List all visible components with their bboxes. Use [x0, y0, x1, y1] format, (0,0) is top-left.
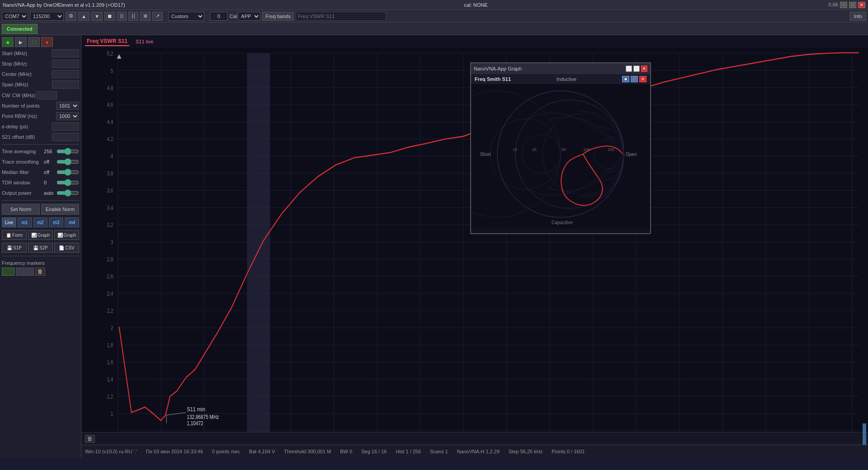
r25-label: 25 [532, 147, 537, 152]
stop-label: Stop (MHz) [2, 61, 27, 66]
trace-smooth-label: Trace smoothing [2, 159, 44, 164]
custom-select[interactable]: Custom [168, 12, 204, 21]
version-label: 0,66 [829, 2, 838, 8]
edelay-row: e-delay (ps) 0 [2, 122, 79, 131]
record-button[interactable]: ◼ [104, 12, 115, 21]
close-button[interactable]: ✕ [858, 2, 865, 8]
graph-title-input[interactable] [296, 12, 386, 21]
highlight-bar [247, 53, 270, 434]
points-select[interactable]: 1601 [56, 102, 79, 110]
date-label: Пн 03 июн 2024 16:33:46 [146, 449, 203, 454]
center-input[interactable]: 175 [52, 70, 79, 78]
s21offset-label: S21 offset (dB) [2, 134, 35, 140]
freq-bands-button[interactable]: Freq bands [262, 12, 294, 21]
graph1-button[interactable]: 📊 Graph [28, 230, 53, 240]
rbw-select[interactable]: 1000 [56, 112, 79, 120]
cw-label: CW [2, 93, 11, 98]
stop-input[interactable]: 220 [52, 60, 79, 68]
r50-label: 50 [561, 147, 566, 152]
s2p-button[interactable]: 💾 S2P [28, 243, 53, 253]
smith-btn1[interactable]: ■ [622, 76, 629, 82]
export-button[interactable]: ↗ [152, 12, 163, 21]
edelay-input[interactable]: 0 [52, 122, 79, 131]
hist-label: Hist 1 / 256 [396, 449, 421, 454]
time-avg-slider[interactable] [57, 148, 79, 155]
tdr-window-slider[interactable] [57, 179, 79, 186]
m2-button[interactable]: m2 [33, 217, 48, 227]
smith-chart-title: Freq Smith S11 [475, 76, 511, 82]
csv-icon: 📄 [59, 245, 64, 250]
r10-label: 10 [513, 147, 517, 152]
forward-button[interactable]: ⟩⟩ [117, 12, 127, 21]
output-power-slider[interactable] [57, 189, 79, 197]
live-button[interactable]: Live [2, 217, 16, 227]
enable-norm-button[interactable]: Enable Norm [41, 204, 79, 215]
form-button[interactable]: 📋 Form [2, 230, 27, 240]
scroll-indicator[interactable] [863, 423, 866, 445]
trace-smooth-value: off [44, 159, 57, 164]
minimize-button[interactable]: − [840, 2, 847, 8]
marker-box-2[interactable] [16, 268, 34, 276]
svg-text:2,8: 2,8 [107, 256, 113, 262]
cal-select[interactable]: APP [238, 12, 260, 21]
set-norm-button[interactable]: Set Norm [2, 204, 40, 215]
marker-box-1[interactable] [2, 268, 14, 276]
info-button[interactable]: Info [850, 12, 866, 21]
capacitive-label: Capacitive [552, 220, 573, 225]
maximize-button[interactable]: □ [849, 2, 856, 8]
s1p-button[interactable]: 💾 S1P [2, 243, 27, 253]
median-filter-slider[interactable] [57, 169, 79, 176]
trash-chart-button[interactable]: 🗑 [85, 435, 95, 443]
start-input[interactable]: 130 [52, 49, 79, 57]
smith-min-button[interactable]: − [626, 66, 632, 72]
chart-tab1[interactable]: Freq VSWR S11 [85, 37, 129, 46]
chart-header: Freq VSWR S11 S11 live [81, 35, 868, 48]
median-filter-value: off [44, 169, 57, 175]
smith-chart-svg: Short Open 10 25 50 100 250 Capacitive [471, 84, 650, 229]
span-input[interactable]: 90 [52, 80, 79, 89]
record-ctrl-button[interactable]: ● [41, 37, 53, 47]
cw-input[interactable]: 145 [37, 91, 57, 99]
crosshair-button[interactable]: ⊕ [140, 12, 151, 21]
csv-button[interactable]: 📄 CSV [54, 243, 79, 253]
smith-close-button[interactable]: ✕ [641, 66, 647, 72]
baud-select[interactable]: 115200 [30, 12, 64, 21]
annotation-val: 1,10472 [187, 420, 203, 426]
svg-text:2: 2 [111, 325, 113, 331]
cal-label: Cal [230, 14, 237, 19]
threshold-label: Threshold 300,001 M [284, 449, 331, 454]
start-row: Start (MHz) 130 [2, 49, 79, 58]
smith-btn2[interactable]: □ [631, 76, 638, 82]
green-indicator[interactable]: ■ [2, 37, 14, 47]
settings-button[interactable]: ⚙ [66, 12, 76, 21]
svg-text:5: 5 [111, 68, 113, 74]
m1-button[interactable]: m1 [18, 217, 32, 227]
smith-hbtn-close[interactable]: ✕ [639, 76, 646, 82]
port-select[interactable]: COM7 [2, 12, 28, 21]
down-button[interactable]: ▼ [91, 12, 103, 21]
tdr-window-row: TDR window 0 [2, 178, 79, 187]
trace-smooth-slider[interactable] [57, 158, 79, 165]
play-button[interactable]: ▶ [15, 37, 27, 47]
graph2-label: Graph [64, 233, 76, 238]
m4-button[interactable]: m4 [65, 217, 79, 227]
short-label: Short [480, 152, 491, 157]
trash-button[interactable]: 🗑 [35, 268, 45, 276]
output-power-row: Output power auto [2, 188, 79, 197]
stop-button[interactable]: ⬛ [28, 37, 40, 47]
toolbar-input[interactable] [210, 12, 228, 21]
smith-titlebar: NanoVNA-App Graph − □ ✕ [471, 63, 650, 74]
marker-buttons-row: Live m1 m2 m3 m4 [2, 217, 79, 227]
points-rate-label: 0 points /sec [212, 449, 240, 454]
connected-button[interactable]: Connected [2, 24, 38, 34]
span-row: Span (MHz) 90 [2, 80, 79, 89]
s21offset-input[interactable]: 0 [52, 133, 79, 141]
bottom-bar: 🗑 [81, 432, 868, 445]
m3-button[interactable]: m3 [49, 217, 63, 227]
up-button[interactable]: ▲ [78, 12, 90, 21]
stop-row: Stop (MHz) 220 [2, 59, 79, 68]
ctrl-buttons-row: ■ ▶ ⬛ ● [2, 37, 79, 47]
graph2-button[interactable]: 📊 Graph [54, 230, 79, 240]
smith-max-button[interactable]: □ [633, 66, 640, 72]
back-button[interactable]: ⟨⟨ [128, 12, 138, 21]
